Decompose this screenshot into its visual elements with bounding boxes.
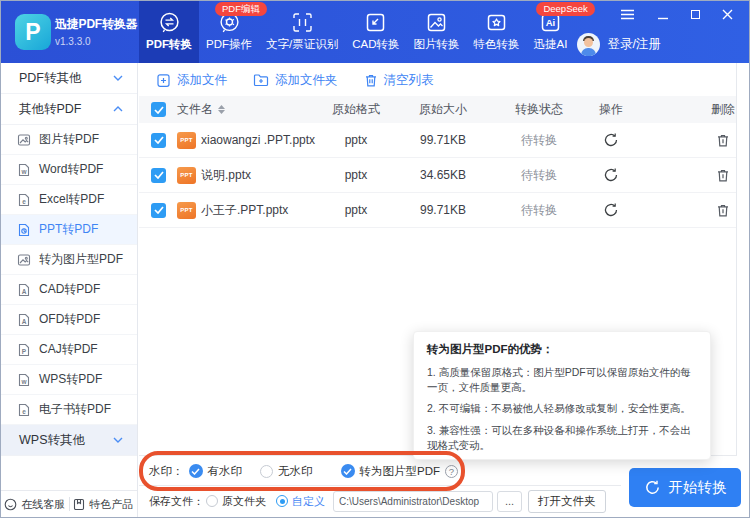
caj-file-icon: P [17, 343, 31, 357]
with-watermark-label[interactable]: 有水印 [208, 464, 243, 479]
file-name: xiaowangzi .PPT.pptx [201, 123, 315, 157]
sidebar-group-pdf-to-other[interactable]: PDF转其他 [1, 63, 137, 94]
tab-special-convert[interactable]: 特色转换 [466, 1, 526, 63]
sidebar-group-other-to-pdf[interactable]: 其他转PDF [1, 94, 137, 125]
tab-pdf-convert[interactable]: PDF转换 [139, 1, 199, 63]
ribbon-icon [73, 498, 85, 511]
sidebar-item-word-to-pdf[interactable]: w Word转PDF [1, 155, 137, 185]
svg-text:A: A [22, 317, 27, 324]
open-folder-button[interactable]: 打开文件夹 [528, 490, 606, 513]
group-label: WPS转其他 [19, 432, 113, 449]
original-folder-label[interactable]: 原文件夹 [222, 494, 266, 509]
table-row: PPT xiaowangzi .PPT.pptx pptx 99.71KB 待转… [139, 123, 736, 158]
convert-refresh-icon[interactable] [603, 167, 619, 183]
browse-button[interactable]: ... [497, 491, 522, 512]
ebook-file-icon: e [17, 403, 31, 417]
sidebar-item-caj-to-pdf[interactable]: P CAJ转PDF [1, 335, 137, 365]
online-support-link[interactable]: 在线客服 [1, 497, 69, 512]
wps-file-icon: w [17, 373, 31, 387]
sidebar-item-image-to-pdf[interactable]: 图片转PDF [1, 125, 137, 155]
sidebar-item-cad-to-pdf[interactable]: A CAD转PDF [1, 275, 137, 305]
add-file-label: 添加文件 [177, 72, 227, 89]
delete-icon[interactable] [716, 133, 730, 148]
sidebar-item-label: WPS转PDF [39, 371, 102, 388]
custom-folder-label[interactable]: 自定义 [292, 494, 325, 509]
original-folder-radio[interactable] [206, 495, 218, 507]
sidebar-footer: 在线客服 特色产品 [1, 490, 137, 517]
column-filename[interactable]: 文件名 [177, 96, 225, 123]
without-watermark-radio[interactable] [260, 465, 273, 478]
sidebar-item-wps-to-pdf[interactable]: w WPS转PDF [1, 365, 137, 395]
image-pdf-label[interactable]: 转为图片型PDF [360, 464, 441, 479]
tooltip-line: 1. 高质量保留原格式：图片型PDF可以保留原始文件的每一页，文件质量更高。 [427, 365, 697, 395]
nav-tabs: PDF转换 PDF编辑 PDF操作 文字/票证识别 CAD转换 [139, 1, 574, 63]
add-folder-button[interactable]: 添加文件夹 [253, 72, 338, 89]
sidebar-item-excel-to-pdf[interactable]: e Excel转PDF [1, 185, 137, 215]
custom-folder-radio[interactable] [276, 495, 288, 507]
tab-ai[interactable]: DeepSeek Ai 迅捷AI [526, 1, 574, 63]
deepseek-badge: DeepSeek [536, 2, 594, 16]
tab-pdf-edit[interactable]: PDF编辑 PDF操作 [199, 1, 259, 63]
file-format: pptx [324, 123, 388, 157]
ppt-file-icon: PPT [177, 202, 196, 219]
without-watermark-label[interactable]: 无水印 [278, 464, 313, 479]
save-label: 保存文件： [149, 494, 204, 509]
sidebar-item-to-image-pdf[interactable]: 转为图片型PDF [1, 245, 137, 275]
convert-icon [158, 10, 181, 34]
word-file-icon: w [17, 163, 31, 177]
tab-ocr[interactable]: 文字/票证识别 [259, 1, 345, 63]
divider [139, 485, 621, 486]
row-checkbox[interactable] [151, 203, 166, 218]
sidebar-item-label: Word转PDF [39, 161, 103, 178]
tab-label: PDF操作 [206, 37, 252, 52]
support-label: 在线客服 [21, 497, 65, 512]
tab-image-convert[interactable]: 图片转换 [406, 1, 466, 63]
ppt-file-icon: PPT [177, 132, 196, 149]
featured-products-link[interactable]: 特色产品 [70, 497, 138, 512]
sidebar-group-wps-to-other[interactable]: WPS转其他 [1, 425, 137, 456]
menu-icon[interactable] [620, 9, 635, 20]
with-watermark-radio[interactable] [189, 464, 203, 478]
window-controls [620, 9, 733, 20]
close-button[interactable] [722, 9, 733, 20]
sidebar-item-ppt-to-pdf[interactable]: PPT转PDF [1, 215, 137, 245]
login-label: 登录/注册 [608, 36, 661, 53]
sidebar-item-ofd-to-pdf[interactable]: A OFD转PDF [1, 305, 137, 335]
delete-icon[interactable] [716, 203, 730, 218]
delete-icon[interactable] [716, 168, 730, 183]
file-size: 99.71KB [403, 123, 483, 157]
chevron-down-icon [113, 437, 123, 443]
sidebar-item-ebook-to-pdf[interactable]: e 电子书转PDF [1, 395, 137, 425]
column-delete: 删除 [705, 96, 741, 123]
add-file-button[interactable]: 添加文件 [156, 72, 227, 89]
tab-cad-convert[interactable]: CAD转换 [345, 1, 406, 63]
svg-text:Ai: Ai [546, 17, 556, 28]
sort-icon [218, 105, 225, 114]
convert-refresh-icon[interactable] [603, 202, 619, 218]
svg-text:e: e [22, 197, 26, 204]
image-pdf-tooltip: 转为图片型PDF的优势： 1. 高质量保留原格式：图片型PDF可以保留原始文件的… [413, 331, 711, 460]
clear-list-button[interactable]: 清空列表 [364, 72, 434, 89]
brand: 迅捷PDF转换器 v1.3.3.0 [55, 16, 137, 47]
maximize-button[interactable] [691, 10, 700, 19]
tab-label: 图片转换 [413, 37, 459, 52]
help-icon[interactable]: ? [445, 465, 458, 478]
file-size: 34.65KB [403, 158, 483, 192]
chevron-up-icon [113, 106, 123, 112]
table-row: PPT 说明.pptx pptx 34.65KB 待转换 [139, 158, 736, 193]
file-format: pptx [324, 193, 388, 227]
save-path-input[interactable] [333, 491, 493, 512]
column-size: 原始大小 [403, 96, 483, 123]
ppt-file-icon [17, 223, 31, 237]
minimize-button[interactable] [657, 9, 669, 20]
row-checkbox[interactable] [151, 133, 166, 148]
excel-file-icon: e [17, 193, 31, 207]
select-all-checkbox[interactable] [151, 102, 166, 117]
convert-refresh-icon[interactable] [603, 132, 619, 148]
file-size: 99.71KB [403, 193, 483, 227]
login-area[interactable]: 登录/注册 [577, 33, 661, 56]
row-checkbox[interactable] [151, 168, 166, 183]
column-status: 转换状态 [501, 96, 577, 123]
image-pdf-checkbox[interactable] [341, 464, 355, 478]
start-convert-button[interactable]: 开始转换 [629, 468, 741, 507]
